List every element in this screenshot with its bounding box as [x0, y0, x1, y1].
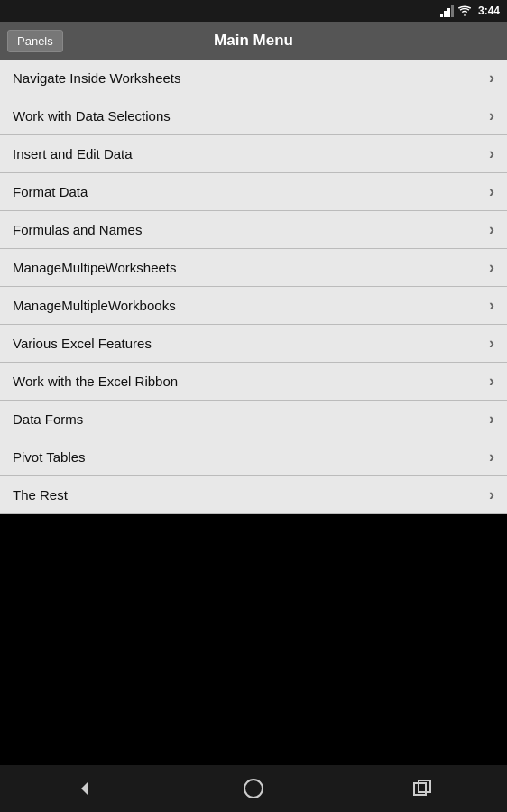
menu-item-label-manage-multiple-workbooks: ManageMultipleWorkbooks: [13, 298, 176, 313]
chevron-icon-navigate-inside-worksheets: ›: [489, 69, 494, 88]
svg-point-5: [244, 780, 263, 798]
chevron-icon-various-excel-features: ›: [489, 334, 494, 353]
wifi-icon: [458, 5, 471, 16]
svg-rect-1: [444, 11, 447, 17]
menu-item-label-the-rest: The Rest: [13, 487, 68, 503]
bottom-navigation: [0, 765, 507, 812]
menu-item-insert-and-edit-data[interactable]: Insert and Edit Data›: [0, 135, 507, 173]
menu-item-pivot-tables[interactable]: Pivot Tables›: [0, 438, 507, 476]
svg-rect-6: [414, 783, 426, 795]
back-button[interactable]: [62, 772, 107, 805]
menu-list: Navigate Inside Worksheets›Work with Dat…: [0, 60, 507, 514]
top-bar: Panels Main Menu: [0, 22, 507, 60]
menu-item-work-with-data-selections[interactable]: Work with Data Selections›: [0, 97, 507, 135]
chevron-icon-format-data: ›: [489, 182, 494, 201]
chevron-icon-formulas-and-names: ›: [489, 220, 494, 239]
menu-item-label-formulas-and-names: Formulas and Names: [13, 222, 142, 237]
chevron-icon-data-forms: ›: [489, 410, 494, 429]
menu-item-label-manage-multiple-worksheets: ManageMultipeWorksheets: [13, 260, 176, 275]
menu-item-label-data-forms: Data Forms: [13, 411, 83, 427]
signal-icon: [440, 5, 455, 17]
top-bar-title: Main Menu: [214, 32, 293, 50]
chevron-icon-manage-multiple-workbooks: ›: [489, 296, 494, 315]
menu-item-work-with-excel-ribbon[interactable]: Work with the Excel Ribbon›: [0, 363, 507, 401]
chevron-icon-pivot-tables: ›: [489, 448, 494, 466]
menu-item-manage-multiple-worksheets[interactable]: ManageMultipeWorksheets›: [0, 249, 507, 287]
menu-item-data-forms[interactable]: Data Forms›: [0, 401, 507, 438]
recent-apps-button[interactable]: [400, 772, 445, 805]
menu-item-label-pivot-tables: Pivot Tables: [13, 449, 86, 465]
chevron-icon-manage-multiple-worksheets: ›: [489, 258, 494, 277]
svg-rect-3: [451, 5, 454, 17]
home-button[interactable]: [231, 772, 276, 805]
menu-item-navigate-inside-worksheets[interactable]: Navigate Inside Worksheets›: [0, 60, 507, 97]
svg-rect-2: [447, 8, 450, 17]
menu-item-manage-multiple-workbooks[interactable]: ManageMultipleWorkbooks›: [0, 287, 507, 325]
menu-item-format-data[interactable]: Format Data›: [0, 173, 507, 211]
svg-marker-4: [81, 781, 88, 796]
menu-item-label-navigate-inside-worksheets: Navigate Inside Worksheets: [13, 70, 180, 86]
menu-item-label-work-with-data-selections: Work with Data Selections: [13, 108, 171, 124]
svg-rect-7: [419, 780, 430, 792]
status-bar-right: 3:44: [440, 5, 500, 17]
chevron-icon-work-with-excel-ribbon: ›: [489, 372, 494, 391]
menu-item-formulas-and-names[interactable]: Formulas and Names›: [0, 211, 507, 249]
menu-item-label-format-data: Format Data: [13, 184, 88, 199]
svg-rect-0: [440, 14, 443, 17]
menu-item-label-work-with-excel-ribbon: Work with the Excel Ribbon: [13, 374, 178, 389]
chevron-icon-work-with-data-selections: ›: [489, 106, 494, 125]
menu-item-various-excel-features[interactable]: Various Excel Features›: [0, 325, 507, 363]
status-time: 3:44: [478, 5, 500, 17]
status-bar: 3:44: [0, 0, 507, 22]
menu-item-label-insert-and-edit-data: Insert and Edit Data: [13, 146, 133, 161]
panels-button[interactable]: Panels: [7, 30, 63, 52]
chevron-icon-insert-and-edit-data: ›: [489, 144, 494, 163]
menu-item-the-rest[interactable]: The Rest›: [0, 476, 507, 514]
chevron-icon-the-rest: ›: [489, 485, 494, 504]
menu-item-label-various-excel-features: Various Excel Features: [13, 336, 152, 351]
